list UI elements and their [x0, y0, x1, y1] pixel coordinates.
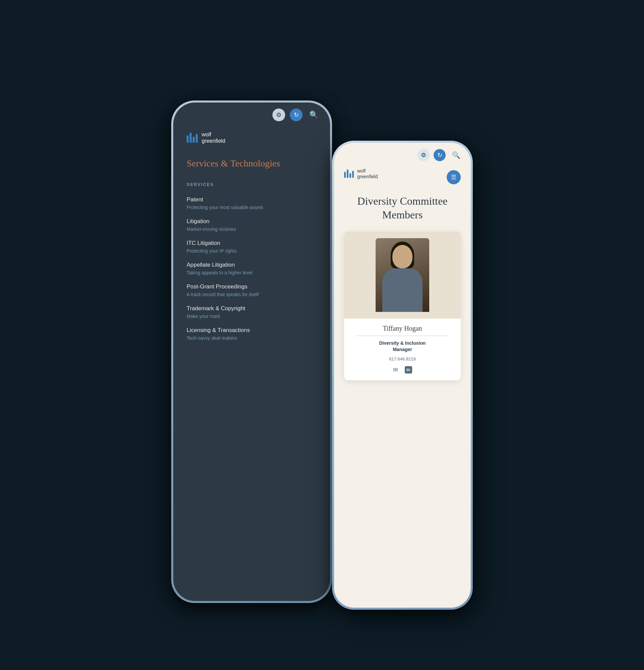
- settings-icon[interactable]: ⚙: [272, 109, 285, 121]
- nav-item-postgrant[interactable]: Post-Grant Proceedings A track record th…: [187, 283, 317, 297]
- profile-phone: 617.646.8219: [389, 357, 416, 361]
- nav-item-litigation-subtitle: Market-moving victories: [187, 226, 317, 232]
- profile-divider: [356, 336, 449, 336]
- profile-name: Tiffany Hogan: [383, 325, 422, 332]
- nav-item-litigation-title: Litigation: [187, 218, 317, 225]
- logo-bars-light-icon: [344, 170, 354, 178]
- nav-item-trademark[interactable]: Trademark & Copyright Make your mark: [187, 305, 317, 319]
- phone-dark-screen: ⚙ ↻ 🔍: [173, 103, 330, 601]
- nav-item-patent-title: Patent: [187, 196, 317, 203]
- nav-item-licensing-subtitle: Tech-savvy deal makers: [187, 335, 317, 341]
- nav-item-postgrant-title: Post-Grant Proceedings: [187, 283, 317, 290]
- nav-item-trademark-title: Trademark & Copyright: [187, 305, 317, 312]
- nav-item-litigation[interactable]: Litigation Market-moving victories: [187, 218, 317, 232]
- phone-light-screen: ⚙ ↻ 🔍 wolf: [334, 143, 471, 608]
- nav-item-patent-subtitle: Protecting your most valuable assets: [187, 205, 317, 210]
- phone-light-content: wolf greenfield ☰ Diversity Committee Me…: [334, 165, 471, 608]
- nav-item-postgrant-subtitle: A track record that speaks for itself: [187, 292, 317, 297]
- logo-bars-icon: [187, 133, 198, 143]
- profile-role: Diversity & Inclusion Manager: [379, 340, 426, 353]
- nav-item-itc-title: ITC Litigation: [187, 240, 317, 246]
- phone-dark-content: wolf greenfield Services & Technologies …: [173, 125, 330, 601]
- nav-item-licensing-title: Licensing & Transactions: [187, 327, 317, 334]
- email-icon[interactable]: ✉: [393, 366, 398, 374]
- search-icon-dark[interactable]: 🔍: [307, 109, 320, 121]
- dark-page-title: Services & Technologies: [187, 158, 317, 170]
- settings-icon-light[interactable]: ⚙: [417, 149, 430, 161]
- nav-section-label: SERVICES: [187, 182, 317, 187]
- nav-item-itc[interactable]: ITC Litigation Protecting your IP rights: [187, 240, 317, 254]
- refresh-icon[interactable]: ↻: [290, 109, 303, 121]
- wolf-logo-dark: wolf greenfield: [187, 131, 317, 144]
- nav-item-licensing[interactable]: Licensing & Transactions Tech-savvy deal…: [187, 327, 317, 341]
- profile-image-area: [344, 231, 461, 319]
- logo-text-dark: wolf greenfield: [202, 131, 225, 144]
- light-page-title: Diversity Committee Members: [344, 194, 461, 222]
- phone-dark: ⚙ ↻ 🔍: [171, 100, 332, 603]
- profile-photo: [376, 238, 429, 312]
- nav-item-trademark-subtitle: Make your mark: [187, 313, 317, 319]
- refresh-icon-light[interactable]: ↻: [433, 149, 446, 161]
- search-icon-light[interactable]: 🔍: [450, 149, 462, 161]
- nav-item-appellate-subtitle: Taking appeals to a higher level: [187, 270, 317, 276]
- phone-dark-fade: [173, 567, 330, 601]
- phone-light-statusbar: ⚙ ↻ 🔍: [334, 143, 471, 165]
- nav-item-itc-subtitle: Protecting your IP rights: [187, 248, 317, 254]
- person-head: [392, 245, 413, 268]
- logo-text-light: wolf greenfield: [357, 168, 378, 179]
- wolf-logo-light: wolf greenfield: [344, 168, 378, 179]
- phone-light: ⚙ ↻ 🔍 wolf: [332, 141, 473, 610]
- nav-item-appellate[interactable]: Appellate Litigation Taking appeals to a…: [187, 262, 317, 276]
- phone-dark-statusbar: ⚙ ↻ 🔍: [173, 103, 330, 125]
- person-body: [382, 268, 422, 312]
- light-header: wolf greenfield ☰: [344, 168, 461, 186]
- profile-card: Tiffany Hogan Diversity & Inclusion Mana…: [344, 231, 461, 380]
- nav-item-patent[interactable]: Patent Protecting your most valuable ass…: [187, 196, 317, 210]
- nav-item-appellate-title: Appellate Litigation: [187, 262, 317, 268]
- scene: ⚙ ↻ 🔍: [171, 67, 473, 603]
- linkedin-icon[interactable]: in: [405, 366, 412, 374]
- menu-button[interactable]: ☰: [447, 170, 461, 184]
- profile-social-icons: ✉ in: [393, 366, 412, 374]
- nav-items-list: Patent Protecting your most valuable ass…: [187, 196, 317, 341]
